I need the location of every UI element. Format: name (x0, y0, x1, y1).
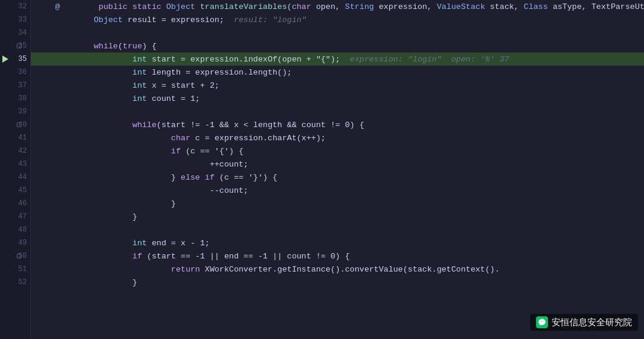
code-line: } (31, 276, 644, 289)
code-line: while(start != -1 && x < length && count… (31, 118, 644, 131)
code-line: if (c == '{') { (31, 144, 644, 158)
gutter-row: 35 (0, 53, 30, 66)
wechat-icon (536, 316, 548, 328)
token: } (171, 173, 181, 182)
code-line: Object result = expression; result: "log… (31, 13, 644, 26)
watermark-text: 安恒信息安全研究院 (552, 317, 632, 328)
token (36, 212, 132, 221)
token: TextParseUtil.Pa (592, 2, 644, 11)
token (36, 16, 94, 24)
gutter-row: 43 (0, 158, 30, 171)
token: c = expression.charAt(x++); (190, 134, 326, 143)
token (36, 278, 132, 287)
debug-arrow-icon (2, 56, 8, 63)
token: (start == -1 || end == -1 || count != 0)… (142, 252, 349, 261)
code-line: } else if (c == '}') { (31, 171, 644, 184)
token (162, 2, 166, 11)
token: ( (118, 42, 123, 51)
line-number-gutter: 32333435−353637383940−414243444546474849… (0, 0, 31, 339)
line-number: 41 (18, 134, 27, 142)
token: int (132, 94, 147, 103)
token: return (171, 265, 200, 274)
code-line: } (31, 197, 644, 210)
token: asType, (548, 2, 592, 11)
token (36, 199, 171, 208)
code-line (31, 223, 644, 236)
token (36, 42, 94, 51)
line-number: 46 (18, 199, 27, 208)
token (36, 160, 210, 169)
token: open, (311, 2, 345, 11)
token (36, 121, 132, 130)
code-line: int count = 1; (31, 92, 644, 105)
fold-icon[interactable]: − (17, 122, 21, 127)
token: (c == '}') { (215, 173, 277, 182)
code-line: @ public static Object translateVariable… (31, 0, 644, 13)
token: true (123, 42, 142, 51)
gutter-row: 36 (0, 66, 30, 79)
token (36, 81, 132, 90)
fold-icon[interactable]: − (17, 254, 21, 258)
line-number: 48 (18, 226, 27, 234)
code-line: if (start == -1 || end == -1 || count !=… (31, 249, 644, 263)
token: if (132, 252, 142, 261)
gutter-row: 46 (0, 197, 30, 210)
token: while (132, 121, 157, 130)
code-line: } (31, 210, 644, 223)
token: Class (524, 2, 548, 11)
line-number: 51 (18, 265, 27, 273)
code-line: int end = x - 1; (31, 236, 644, 249)
code-line: while(true) { (31, 39, 644, 53)
gutter-row: 47 (0, 210, 30, 223)
token: else if (181, 173, 215, 182)
line-number: 47 (18, 212, 27, 221)
gutter-row: 33 (0, 13, 30, 26)
token: int (132, 55, 147, 64)
line-number: 32 (18, 2, 27, 11)
token: length = expression.length(); (147, 68, 292, 77)
token: int (132, 81, 147, 90)
token: Object (166, 2, 196, 11)
line-number: 45 (18, 186, 27, 195)
fold-icon[interactable]: − (17, 44, 21, 48)
code-line: --count; (31, 184, 644, 197)
code-line (31, 26, 644, 39)
token (60, 2, 99, 11)
line-number: 37 (18, 81, 27, 90)
gutter-row: 49 (0, 236, 30, 249)
token: x = start + 2; (147, 81, 219, 90)
token: start = expression.indexOf(open + "{"); (147, 55, 340, 64)
token: result: "login" (224, 16, 306, 24)
token: @ (55, 2, 60, 11)
token: String (345, 2, 374, 11)
watermark: 安恒信息安全研究院 (530, 314, 638, 331)
token (36, 147, 171, 156)
token: expression: "login" open: '%' 37 (340, 55, 509, 64)
token (36, 173, 171, 182)
line-number: 49 (18, 239, 27, 247)
token: int (132, 239, 147, 248)
gutter-row: 37 (0, 79, 30, 92)
token (36, 265, 171, 274)
gutter-row: 40− (0, 118, 30, 131)
code-area[interactable]: @ public static Object translateVariable… (31, 0, 644, 339)
token (36, 134, 171, 143)
token: } (171, 199, 176, 208)
token: result = expression; (123, 16, 224, 24)
token (36, 252, 132, 261)
code-line: return XWorkConverter.getInstance().conv… (31, 263, 644, 276)
token: while (94, 42, 118, 51)
gutter-row: 50− (0, 249, 30, 263)
gutter-row: 39 (0, 105, 30, 118)
gutter-row: 32 (0, 0, 30, 13)
token (36, 2, 55, 11)
gutter-row: 42 (0, 144, 30, 158)
token (36, 94, 132, 103)
code-line (31, 105, 644, 118)
gutter-row: 52 (0, 276, 30, 289)
token: int (132, 68, 147, 77)
gutter-row: 38 (0, 92, 30, 105)
line-number: 52 (18, 278, 27, 286)
gutter-row: 41 (0, 131, 30, 144)
token: end = x - 1; (147, 239, 209, 248)
